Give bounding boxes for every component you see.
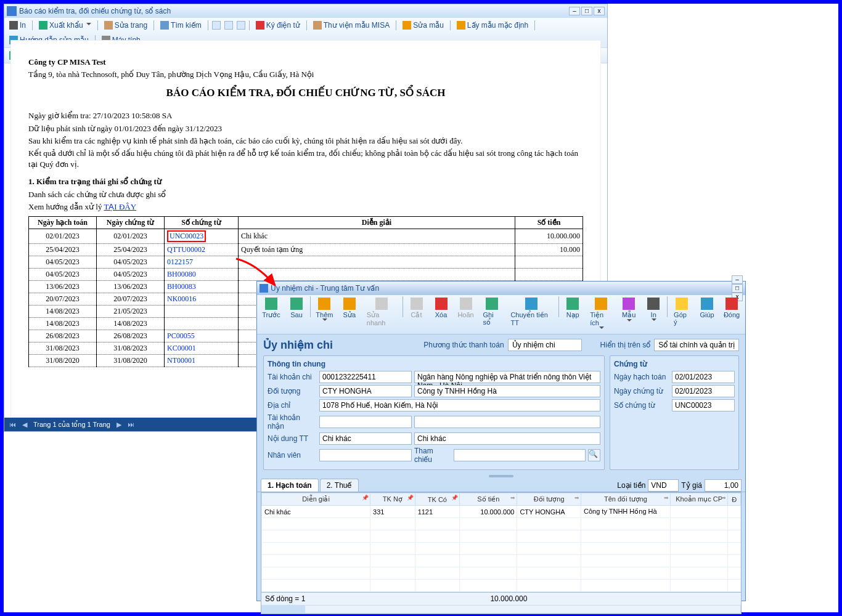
general-panel: Thông tin chung Tài khoản chi00012322254… (263, 355, 605, 470)
next-button[interactable]: Sau (285, 296, 308, 320)
reference-lookup-button[interactable]: 🔍 (588, 449, 600, 461)
close-button[interactable]: x (594, 7, 605, 15)
printer-icon (647, 298, 660, 310)
chevron-down-icon (86, 23, 91, 28)
reference-field[interactable] (454, 449, 586, 461)
edit-page-button[interactable]: Sửa trang (102, 20, 150, 31)
edit-button[interactable]: Sửa (338, 296, 361, 320)
docdate-field[interactable]: 02/01/2023 (672, 385, 735, 397)
gcol-obj[interactable]: Đối tượng➡ (517, 493, 581, 506)
recv-account-field[interactable] (319, 416, 412, 428)
content-field-1[interactable]: Chi khác (319, 432, 412, 445)
scissors-icon (411, 298, 423, 310)
rate-field[interactable]: 1,00 (705, 479, 742, 492)
print-voucher-button[interactable]: In (642, 296, 664, 325)
gcol-amount[interactable]: Số tiền➡ (460, 493, 517, 506)
delete-button[interactable]: Xóa (430, 296, 452, 320)
table-row: 04/05/202304/05/20230122157 (29, 256, 583, 268)
display-select[interactable]: Sổ tài chính và quản trị (654, 339, 739, 351)
currency-field[interactable]: VND (648, 479, 679, 492)
add-button[interactable]: Thêm (313, 296, 336, 325)
gcol-objname[interactable]: Tên đối tượng➡ (581, 493, 670, 506)
gcol-desc[interactable]: Diễn giải📌 (262, 493, 370, 506)
transfer-button[interactable]: Chuyển tiền TT (507, 296, 556, 328)
doc-link[interactable]: PC00055 (167, 331, 195, 340)
col-amount: Số tiền (515, 216, 583, 229)
employee-field[interactable] (319, 449, 412, 461)
intro-1: Sau khi kiểm tra các nghiệp vụ kinh tế p… (28, 136, 583, 147)
grid-hscrollbar[interactable] (261, 605, 741, 614)
feedback-button[interactable]: Góp ý (670, 296, 693, 327)
maximize-button[interactable]: □ (581, 7, 592, 15)
page-icon (104, 21, 113, 30)
help-button[interactable]: Giúp (696, 296, 718, 320)
content-field-2[interactable]: Chi khác (414, 432, 600, 445)
table-row: 25/04/202325/04/2023QTTU00002Quyết toán … (29, 243, 583, 256)
rate-label: Tỷ giá (681, 481, 702, 490)
print-button[interactable]: In (7, 20, 28, 31)
default-template-button[interactable]: Lấy mẫu mặc định (454, 20, 531, 31)
doc-link[interactable]: BH00080 (167, 270, 196, 278)
next-page-button[interactable]: ▶ (116, 421, 121, 429)
last-page-button[interactable]: ⏭ (128, 421, 134, 428)
doc-link[interactable]: NK00016 (167, 294, 196, 303)
tool-icon-2[interactable] (224, 21, 233, 30)
gcol-costitem[interactable]: Khoản mục CP➡ (671, 493, 728, 506)
paymethod-select[interactable]: Ủy nhiệm chi (508, 339, 582, 351)
export-button[interactable]: Xuất khẩu (36, 20, 94, 31)
postdate-field[interactable]: 02/01/2023 (672, 371, 735, 383)
quick-edit-button[interactable]: Sửa nhanh (363, 296, 400, 328)
page-status: Trang 1 của tổng 1 Trang (33, 421, 110, 429)
post-button[interactable]: Ghi sổ (480, 296, 505, 328)
close-dialog-button[interactable]: Đóng (721, 296, 743, 320)
minimize-button[interactable]: – (569, 7, 580, 15)
cut-button[interactable]: Cắt (406, 296, 428, 320)
report-title: Báo cáo kiểm tra, đối chiếu chứng từ, sổ… (19, 7, 569, 15)
gcol-credit[interactable]: TK Có📌 (415, 493, 460, 506)
display-label: Hiển thị trên sổ (600, 341, 651, 349)
object-name-field[interactable]: Công ty TNHH Hồng Hà (414, 385, 600, 397)
reload-button[interactable]: Nạp (562, 296, 584, 320)
tab-accounting[interactable]: 1. Hạch toán (261, 479, 319, 492)
doc-link[interactable]: KC00001 (167, 344, 196, 352)
doc-link[interactable]: QTTU00002 (167, 245, 205, 254)
search-icon (160, 21, 169, 30)
gcol-extra[interactable]: Đ (728, 493, 741, 506)
esign-button[interactable]: Ký điện tử (253, 20, 303, 31)
data-range: Dữ liệu phát sinh từ ngày 01/01/2023 đến… (28, 123, 583, 134)
docno-field[interactable]: UNC00023 (672, 399, 735, 411)
bank-field[interactable]: Ngân hàng Nông nghiệp và Phát triển nông… (414, 371, 600, 383)
template-button[interactable]: Mẫu (618, 296, 640, 325)
first-page-button[interactable]: ⏮ (9, 421, 16, 428)
doc-link[interactable]: NT00001 (167, 356, 195, 365)
dialog-titlebar: Ủy nhiệm chi - Trung tâm Tư vấn – □ x (257, 282, 745, 295)
section-1-title: 1. Kiểm tra trạng thái ghi sổ chứng từ (28, 176, 583, 187)
tab-tax[interactable]: 2. Thuế (320, 479, 359, 492)
utilities-button[interactable]: Tiện ích (586, 296, 615, 333)
currency-label: Loại tiền (617, 481, 645, 490)
prev-button[interactable]: Trước (260, 296, 283, 320)
recv-bank-field[interactable] (414, 416, 600, 428)
tool-icon-3[interactable] (237, 21, 245, 30)
template-lib-button[interactable]: Thư viện mẫu MISA (311, 20, 392, 31)
dialog-minimize-button[interactable]: – (732, 275, 743, 284)
guide-text: Xem hướng dẫn xử lý (28, 202, 104, 211)
doc-link-highlighted[interactable]: UNC00023 (167, 230, 206, 242)
detail-grid[interactable]: Diễn giải📌 TK Nợ📌 TK Có📌 Số tiền➡ Đối tư… (261, 492, 742, 614)
dialog-maximize-button[interactable]: □ (732, 284, 743, 293)
guide-link[interactable]: TẠI ĐÂY (104, 202, 136, 211)
object-code-field[interactable]: CTY HONGHA (319, 385, 412, 397)
grid-row[interactable]: Chi khác 331 1121 10.000.000 CTY HONGHA … (262, 506, 741, 518)
tool-icon-1[interactable] (212, 21, 221, 30)
splitter[interactable] (257, 474, 745, 479)
account-field[interactable]: 0001232225411 (319, 371, 412, 383)
edit-template-button[interactable]: Sửa mẫu (400, 20, 446, 31)
undo-button[interactable]: Hoãn (455, 296, 477, 320)
gcol-debit[interactable]: TK Nợ📌 (370, 493, 415, 506)
docdate-label: Ngày chứng từ (614, 387, 669, 395)
doc-link[interactable]: BH00083 (167, 282, 196, 291)
address-field[interactable]: 1078 Phố Huế, Hoàn Kiếm, Hà Nội (319, 399, 600, 411)
prev-page-button[interactable]: ◀ (22, 421, 27, 429)
doc-link[interactable]: 0122157 (167, 257, 193, 266)
find-button[interactable]: Tìm kiếm (158, 20, 204, 31)
